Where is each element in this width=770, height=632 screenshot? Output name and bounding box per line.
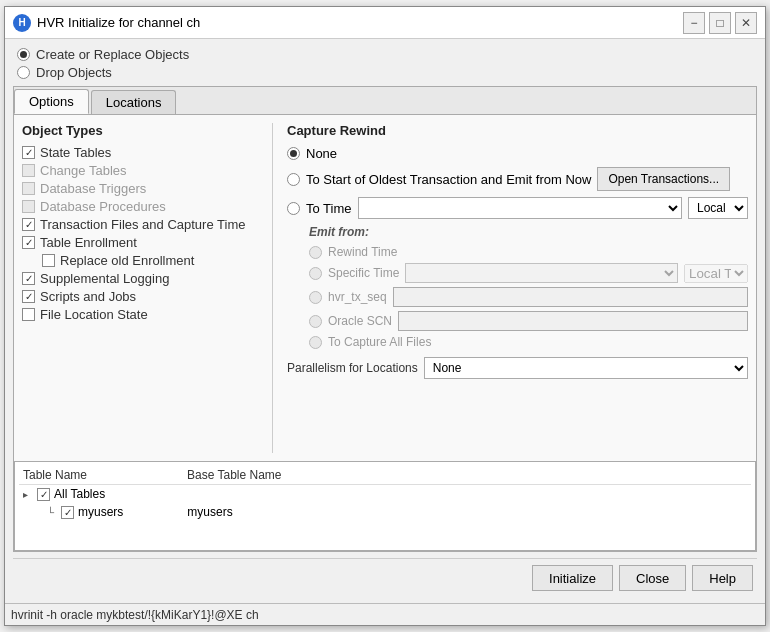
transaction-files-checkbox[interactable]: [22, 218, 35, 231]
status-text: hvrinit -h oracle mykbtest/!{kMiKarY1}!@…: [11, 608, 259, 622]
replace-enrollment-checkbox[interactable]: [42, 254, 55, 267]
to-time-datetime-select[interactable]: [358, 197, 682, 219]
myusers-label: myusers: [78, 505, 123, 519]
file-location-state-checkbox[interactable]: [22, 308, 35, 321]
drop-objects-label: Drop Objects: [36, 65, 112, 80]
main-window: H HVR Initialize for channel ch − □ ✕ Cr…: [4, 6, 766, 626]
open-transactions-button[interactable]: Open Transactions...: [597, 167, 730, 191]
myusers-base-label: myusers: [187, 505, 232, 519]
table-enrollment-label: Table Enrollment: [40, 235, 137, 250]
database-procedures-checkbox[interactable]: [22, 200, 35, 213]
tab-content-options: Object Types State Tables Change Tables: [14, 115, 756, 461]
check-database-procedures: Database Procedures: [22, 199, 258, 214]
tab-locations[interactable]: Locations: [91, 90, 177, 114]
emit-rewind-time-label: Rewind Time: [328, 245, 397, 259]
title-bar: H HVR Initialize for channel ch − □ ✕: [5, 7, 765, 39]
emit-specific-time-row: Specific Time Local Time: [309, 263, 748, 283]
table-header: Table Name Base Table Name: [19, 466, 751, 485]
emit-rewind-time-radio[interactable]: [309, 246, 322, 259]
change-tables-checkbox[interactable]: [22, 164, 35, 177]
emit-hvr-tx-input[interactable]: [393, 287, 748, 307]
tree-expand-icon[interactable]: ▸: [23, 489, 33, 500]
create-replace-radio[interactable]: [17, 48, 30, 61]
emit-from-label: Emit from:: [309, 225, 748, 239]
replace-enrollment-label: Replace old Enrollment: [60, 253, 194, 268]
table-col2: Base Table Name: [187, 468, 282, 482]
maximize-button[interactable]: □: [709, 12, 731, 34]
table-col1: Table Name: [23, 468, 87, 482]
table-row-myusers: └ myusers myusers: [19, 503, 751, 521]
tab-container: Options Locations Object Types State Tab…: [13, 86, 757, 552]
emit-oracle-scn-row: Oracle SCN: [309, 311, 748, 331]
create-replace-row: Create or Replace Objects: [17, 47, 757, 62]
window-body: Create or Replace Objects Drop Objects O…: [5, 39, 765, 603]
check-transaction-files: Transaction Files and Capture Time: [22, 217, 258, 232]
emit-capture-all-radio[interactable]: [309, 336, 322, 349]
file-location-state-label: File Location State: [40, 307, 148, 322]
capture-totime-radio[interactable]: [287, 202, 300, 215]
parallelism-label: Parallelism for Locations: [287, 361, 418, 375]
tab-bar: Options Locations: [14, 87, 756, 115]
scripts-jobs-checkbox[interactable]: [22, 290, 35, 303]
create-replace-label: Create or Replace Objects: [36, 47, 189, 62]
emit-hvr-tx-row: hvr_tx_seq: [309, 287, 748, 307]
capture-totime-label: To Time: [306, 201, 352, 216]
supplemental-logging-checkbox[interactable]: [22, 272, 35, 285]
myusers-checkbox[interactable]: [61, 506, 74, 519]
check-supplemental-logging: Supplemental Logging: [22, 271, 258, 286]
right-panel: Capture Rewind None To Start of Oldest T…: [287, 123, 748, 453]
database-triggers-checkbox[interactable]: [22, 182, 35, 195]
window-title: HVR Initialize for channel ch: [37, 15, 677, 30]
parallelism-row: Parallelism for Locations None 2 4 8 16: [287, 357, 748, 379]
all-tables-label: All Tables: [54, 487, 105, 501]
all-tables-checkbox[interactable]: [37, 488, 50, 501]
capture-oldest-radio[interactable]: [287, 173, 300, 186]
capture-rewind-label: Capture Rewind: [287, 123, 748, 138]
help-button[interactable]: Help: [692, 565, 753, 591]
emit-oracle-scn-radio[interactable]: [309, 315, 322, 328]
capture-totime-row: To Time Local Time: [287, 197, 748, 219]
parallelism-select[interactable]: None 2 4 8 16: [424, 357, 748, 379]
emit-hvr-tx-label: hvr_tx_seq: [328, 290, 387, 304]
capture-none-radio[interactable]: [287, 147, 300, 160]
top-radio-group: Create or Replace Objects Drop Objects: [13, 47, 757, 80]
check-replace-enrollment: Replace old Enrollment: [22, 253, 258, 268]
transaction-files-label: Transaction Files and Capture Time: [40, 217, 245, 232]
minimize-button[interactable]: −: [683, 12, 705, 34]
emit-capture-all-row: To Capture All Files: [309, 335, 748, 349]
capture-oldest-label: To Start of Oldest Transaction and Emit …: [306, 172, 591, 187]
close-window-button[interactable]: ✕: [735, 12, 757, 34]
database-triggers-label: Database Triggers: [40, 181, 146, 196]
state-tables-checkbox[interactable]: [22, 146, 35, 159]
emit-hvr-tx-radio[interactable]: [309, 291, 322, 304]
left-panel: Object Types State Tables Change Tables: [22, 123, 258, 453]
check-state-tables: State Tables: [22, 145, 258, 160]
emit-oracle-scn-input[interactable]: [398, 311, 748, 331]
check-database-triggers: Database Triggers: [22, 181, 258, 196]
table-enrollment-checkbox[interactable]: [22, 236, 35, 249]
tab-options[interactable]: Options: [14, 89, 89, 114]
capture-none-row: None: [287, 146, 748, 161]
close-button[interactable]: Close: [619, 565, 686, 591]
change-tables-label: Change Tables: [40, 163, 127, 178]
bottom-bar: Initialize Close Help: [13, 558, 757, 595]
title-controls: − □ ✕: [683, 12, 757, 34]
capture-oldest-row: To Start of Oldest Transaction and Emit …: [287, 167, 748, 191]
check-file-location-state: File Location State: [22, 307, 258, 322]
emit-rewind-time-row: Rewind Time: [309, 245, 748, 259]
emit-group: Rewind Time Specific Time Local Time: [287, 245, 748, 349]
emit-specific-localtime-select[interactable]: Local Time: [684, 264, 748, 283]
table-section: Table Name Base Table Name ▸ All Tables …: [14, 461, 756, 551]
drop-objects-row: Drop Objects: [17, 65, 757, 80]
status-bar: hvrinit -h oracle mykbtest/!{kMiKarY1}!@…: [5, 603, 765, 625]
emit-specific-time-radio[interactable]: [309, 267, 322, 280]
supplemental-logging-label: Supplemental Logging: [40, 271, 169, 286]
to-time-localtime-select[interactable]: Local Time: [688, 197, 748, 219]
drop-objects-radio[interactable]: [17, 66, 30, 79]
capture-none-label: None: [306, 146, 337, 161]
state-tables-label: State Tables: [40, 145, 111, 160]
object-types-label: Object Types: [22, 123, 258, 138]
emit-specific-time-select[interactable]: [405, 263, 678, 283]
scripts-jobs-label: Scripts and Jobs: [40, 289, 136, 304]
initialize-button[interactable]: Initialize: [532, 565, 613, 591]
